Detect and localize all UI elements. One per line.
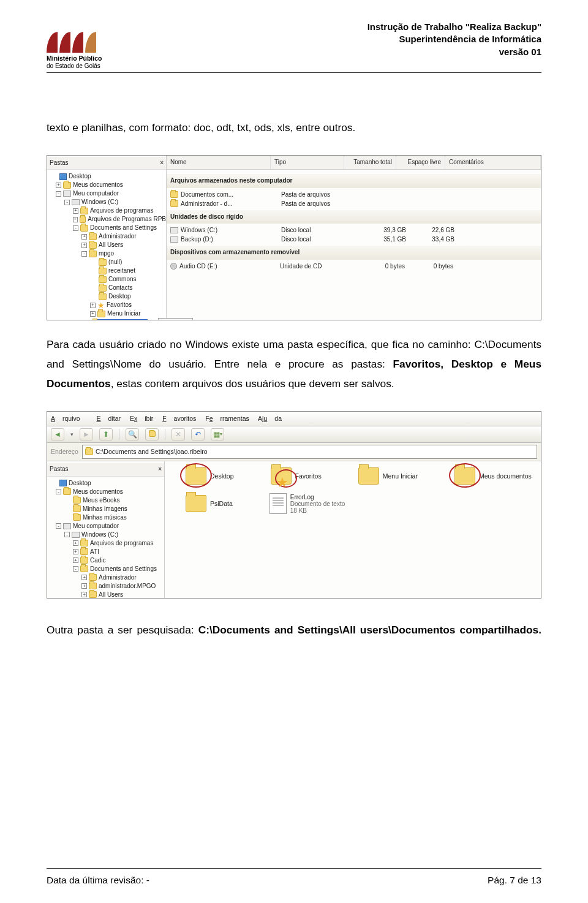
tree-item[interactable]: Contacts bbox=[51, 284, 166, 292]
menu-exibir[interactable]: Exibir bbox=[130, 415, 153, 422]
tree-item[interactable]: Minhas músicas bbox=[51, 513, 164, 522]
folder-item[interactable]: Meus documentos bbox=[454, 467, 532, 485]
tree-item[interactable]: -Meu computador bbox=[51, 522, 164, 531]
up-button[interactable]: ⬆ bbox=[99, 428, 113, 440]
menu-arquivo[interactable]: Arquivo bbox=[51, 415, 88, 422]
expander-icon[interactable]: - bbox=[64, 532, 70, 537]
tree-item[interactable]: +Meus documentos bbox=[51, 181, 166, 189]
expander-icon[interactable]: + bbox=[56, 183, 61, 188]
errorlog-file[interactable]: ErrorLog Documento de texto 18 KB bbox=[270, 493, 345, 514]
tree-item[interactable]: +All Users bbox=[51, 241, 166, 249]
list-item[interactable]: Administrador - d...Pasta de arquivos bbox=[170, 199, 537, 208]
folders-button[interactable] bbox=[145, 428, 159, 440]
tree-item[interactable]: -Windows (C:) bbox=[51, 198, 166, 206]
expander-icon[interactable]: + bbox=[90, 303, 96, 308]
tree-item[interactable]: +Arquivos de programas bbox=[51, 206, 166, 215]
icon-row-2[interactable]: PsiData ErrorLog Documento de texto 18 K… bbox=[186, 493, 537, 514]
col-type[interactable]: Tipo bbox=[271, 156, 344, 170]
folder-item[interactable]: Menu Iniciar bbox=[358, 467, 418, 485]
tree-item[interactable]: (null) bbox=[51, 258, 166, 266]
expander-icon[interactable]: + bbox=[73, 540, 78, 546]
tree-item[interactable]: Minhas imagens bbox=[51, 505, 164, 513]
toolbar[interactable]: ◄ ▾ ► ⬆ 🔍 ✕ ↶ ▦▾ bbox=[47, 426, 541, 443]
tree-item[interactable]: Desktop bbox=[51, 172, 166, 181]
back-button[interactable]: ◄ bbox=[51, 428, 64, 440]
tree-item[interactable]: +★Favoritos bbox=[51, 301, 166, 309]
list-item[interactable]: Windows (C:)Disco local39,3 GB22,6 GB bbox=[170, 225, 537, 235]
tree-item[interactable]: +administrador.MPGO bbox=[51, 582, 164, 591]
expander-icon[interactable]: - bbox=[56, 523, 61, 529]
folder-item[interactable]: Favoritos bbox=[271, 467, 322, 485]
tree-item[interactable]: -Meu computador bbox=[51, 189, 166, 198]
tree-item[interactable]: +Menu Iniciar bbox=[51, 309, 166, 318]
search-button[interactable]: 🔍 bbox=[126, 428, 139, 440]
tree-item[interactable]: +Cadic bbox=[51, 556, 164, 565]
tree-item[interactable]: Meus documentosExpandir bbox=[51, 318, 166, 320]
tree-item[interactable]: -Windows (C:) bbox=[51, 531, 164, 539]
list-item[interactable]: Audio CD (E:)Unidade de CD0 bytes0 bytes bbox=[170, 262, 537, 271]
address-input[interactable]: C:\Documents and Settings\joao.ribeiro bbox=[82, 445, 537, 459]
menu-ferramentas[interactable]: Ferramentas bbox=[205, 415, 249, 422]
tree-item[interactable]: +ATI bbox=[51, 548, 164, 556]
expander-icon[interactable]: + bbox=[73, 217, 78, 222]
expander-icon[interactable]: - bbox=[56, 191, 61, 197]
list-item[interactable]: Backup (D:)Disco local35,1 GB33,4 GB bbox=[170, 235, 537, 244]
menu-editar[interactable]: Editar bbox=[97, 415, 121, 422]
col-comments[interactable]: Comentários bbox=[445, 156, 541, 170]
expander-icon[interactable]: + bbox=[81, 575, 87, 580]
expander-icon[interactable]: + bbox=[81, 592, 87, 597]
expander-icon[interactable]: + bbox=[81, 583, 87, 589]
tree-item[interactable]: -Documents and Settings bbox=[51, 224, 166, 232]
screenshot-explorer-1: Pastas × Desktop+Meus documentos-Meu com… bbox=[47, 155, 541, 320]
tree-item[interactable]: +Arquivos de programas bbox=[51, 539, 164, 548]
icon-row-1[interactable]: DesktopFavoritosMenu IniciarMeus documen… bbox=[186, 467, 537, 485]
expander-icon[interactable]: + bbox=[90, 311, 96, 317]
tree-item[interactable]: -Documents and Settings bbox=[51, 565, 164, 573]
menu-favoritos[interactable]: Favoritos bbox=[162, 415, 196, 422]
close-icon[interactable]: × bbox=[160, 157, 164, 169]
expander-icon[interactable]: + bbox=[81, 234, 87, 240]
tree-item[interactable]: +Arquivos de Programas RPB bbox=[51, 215, 166, 224]
address-bar[interactable]: Endereço C:\Documents and Settings\joao.… bbox=[47, 443, 541, 461]
expander-icon[interactable]: + bbox=[81, 243, 87, 248]
tree-item[interactable]: Desktop bbox=[51, 292, 166, 301]
column-headers[interactable]: Nome Tipo Tamanho total Espaço livre Com… bbox=[167, 156, 541, 170]
col-name[interactable]: Nome bbox=[167, 156, 271, 170]
tree-item[interactable]: Meus eBooks bbox=[51, 496, 164, 505]
views-button[interactable]: ▦▾ bbox=[211, 428, 224, 440]
expander-icon[interactable]: - bbox=[56, 489, 61, 494]
tree-item[interactable]: +Administrador bbox=[51, 573, 164, 582]
expander-icon[interactable]: + bbox=[73, 208, 78, 214]
expander-icon[interactable]: + bbox=[73, 557, 78, 563]
doc-title: Instrução de Trabalho "Realiza Backup" bbox=[368, 21, 541, 33]
tree-item[interactable]: -Meus documentos bbox=[51, 488, 164, 496]
expander-icon[interactable]: - bbox=[81, 251, 87, 257]
menu-ajuda[interactable]: Ajuda bbox=[258, 415, 282, 422]
list-item[interactable]: Documentos com...Pasta de arquivos bbox=[170, 190, 537, 199]
tree-item[interactable]: +All Users bbox=[51, 591, 164, 598]
folder-tree-2[interactable]: Desktop-Meus documentosMeus eBooksMinhas… bbox=[51, 477, 164, 598]
tree-item[interactable]: Commons bbox=[51, 275, 166, 284]
close-icon[interactable]: × bbox=[158, 464, 162, 475]
tree-item[interactable]: +Administrador bbox=[51, 232, 166, 241]
file-rows[interactable]: Arquivos armazenados neste computador Do… bbox=[167, 170, 541, 273]
menubar[interactable]: Arquivo Editar Exibir Favoritos Ferramen… bbox=[47, 412, 541, 426]
expander-icon[interactable]: + bbox=[73, 549, 78, 554]
undo-button[interactable]: ↶ bbox=[191, 428, 205, 440]
tree-item[interactable]: Desktop bbox=[51, 479, 164, 488]
tree-item[interactable]: -mpgo bbox=[51, 249, 166, 258]
psidata-folder[interactable]: PsiData bbox=[186, 493, 233, 514]
tree-label: Desktop bbox=[69, 172, 91, 181]
tree-item[interactable]: receitanet bbox=[51, 266, 166, 275]
folder-tree[interactable]: Desktop+Meus documentos-Meu computador-W… bbox=[51, 170, 166, 320]
col-total[interactable]: Tamanho total bbox=[344, 156, 396, 170]
folder-icon bbox=[97, 311, 105, 317]
delete-button[interactable]: ✕ bbox=[172, 428, 185, 440]
forward-button[interactable]: ► bbox=[80, 428, 93, 440]
col-free[interactable]: Espaço livre bbox=[396, 156, 445, 170]
expander-icon[interactable]: - bbox=[73, 225, 78, 231]
folder-item[interactable]: Desktop bbox=[186, 467, 234, 485]
expander-icon[interactable]: - bbox=[64, 200, 70, 205]
expander-icon[interactable]: - bbox=[73, 566, 78, 572]
file-icons-pane[interactable]: DesktopFavoritosMenu IniciarMeus documen… bbox=[165, 461, 541, 597]
